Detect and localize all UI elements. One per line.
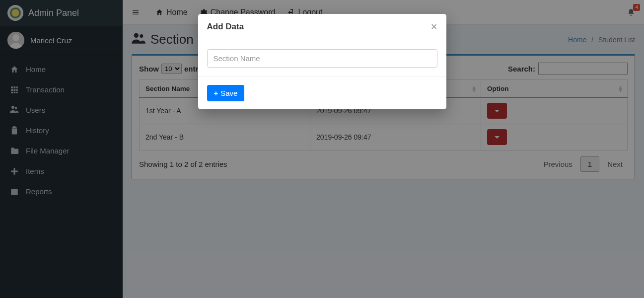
save-button[interactable]: + Save xyxy=(207,85,245,101)
close-icon: × xyxy=(431,20,437,33)
save-button-label: Save xyxy=(220,89,237,97)
modal-header: Add Data × xyxy=(198,14,446,40)
modal-close-button[interactable]: × xyxy=(431,21,437,32)
section-name-input[interactable] xyxy=(207,49,437,68)
add-data-modal: Add Data × + Save xyxy=(198,14,446,109)
modal-title: Add Data xyxy=(207,22,244,32)
plus-icon: + xyxy=(214,89,218,97)
